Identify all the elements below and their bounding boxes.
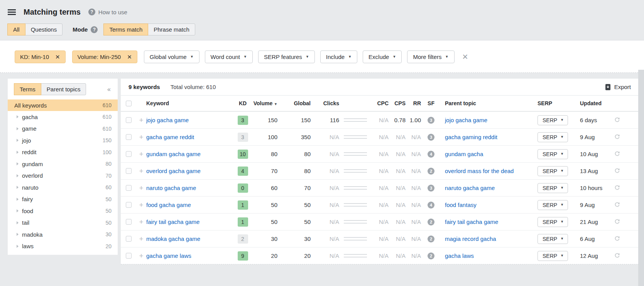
add-to-list-icon[interactable] xyxy=(139,133,143,141)
add-to-list-icon[interactable] xyxy=(139,167,143,175)
sidebar-term-item[interactable]: gacha 610 xyxy=(8,111,118,123)
sidebar-item-all-keywords[interactable]: All keywords 610 xyxy=(8,99,118,111)
keyword-link[interactable]: gundam gacha game xyxy=(146,151,201,157)
row-checkbox[interactable] xyxy=(126,134,132,140)
column-header-sf[interactable]: SF xyxy=(428,100,434,106)
sidebar-term-item[interactable]: fairy 50 xyxy=(8,193,118,205)
filter-chip[interactable]: Volume: Min-250 xyxy=(72,50,137,63)
expand-arrow-icon[interactable] xyxy=(17,127,19,130)
add-to-list-icon[interactable] xyxy=(139,116,143,124)
add-to-list-icon[interactable] xyxy=(139,252,143,259)
parent-topic-link[interactable]: gundam gacha xyxy=(441,151,483,157)
keyword-link[interactable]: madoka gacha game xyxy=(146,236,200,242)
serp-dropdown-button[interactable]: SERP xyxy=(538,251,568,261)
sidebar-term-item[interactable]: naruto 60 xyxy=(8,182,118,193)
select-all-checkbox[interactable] xyxy=(126,101,132,106)
serp-dropdown-button[interactable]: SERP xyxy=(538,115,568,125)
keyword-link[interactable]: overlord gacha game xyxy=(146,168,201,174)
scope-tab[interactable]: All xyxy=(7,24,25,35)
column-header-cpc[interactable]: CPC xyxy=(377,100,389,106)
column-header-kd[interactable]: KD xyxy=(239,100,247,106)
filter-dropdown-button[interactable]: Include xyxy=(320,50,357,63)
serp-dropdown-button[interactable]: SERP xyxy=(538,166,568,176)
sidebar-term-item[interactable]: madoka 30 xyxy=(8,229,118,241)
column-header-cps[interactable]: CPS xyxy=(394,100,406,106)
parent-topic-link[interactable]: jojo gacha game xyxy=(441,117,487,123)
row-checkbox[interactable] xyxy=(126,151,132,157)
sidebar-term-item[interactable]: jojo 150 xyxy=(8,135,118,146)
sidebar-term-item[interactable]: food 50 xyxy=(8,205,118,217)
parent-topic-link[interactable]: gacha laws xyxy=(441,252,474,259)
row-checkbox[interactable] xyxy=(126,236,132,242)
expand-arrow-icon[interactable] xyxy=(17,115,19,118)
serp-dropdown-button[interactable]: SERP xyxy=(538,200,568,210)
refresh-icon[interactable] xyxy=(614,202,620,208)
refresh-icon[interactable] xyxy=(614,168,620,174)
help-icon[interactable] xyxy=(88,8,95,15)
how-to-use-link[interactable]: How to use xyxy=(98,9,127,15)
sidebar-tab[interactable]: Terms xyxy=(14,83,41,95)
add-to-list-icon[interactable] xyxy=(139,235,143,242)
clear-all-filters-icon[interactable] xyxy=(462,53,468,61)
filter-dropdown-button[interactable]: Exclude xyxy=(363,50,402,63)
sidebar-term-item[interactable]: reddit 100 xyxy=(8,146,118,158)
filter-dropdown-button[interactable]: Word count xyxy=(205,50,253,63)
add-to-list-icon[interactable] xyxy=(139,150,143,158)
serp-dropdown-button[interactable]: SERP xyxy=(538,217,568,227)
expand-arrow-icon[interactable] xyxy=(17,162,19,165)
add-to-list-icon[interactable] xyxy=(139,184,143,192)
serp-dropdown-button[interactable]: SERP xyxy=(538,234,568,244)
sidebar-tab[interactable]: Parent topics xyxy=(41,83,86,95)
sidebar-term-item[interactable]: overlord 70 xyxy=(8,170,118,182)
parent-topic-link[interactable]: overlord mass for the dead xyxy=(441,168,514,174)
expand-arrow-icon[interactable] xyxy=(17,139,19,142)
expand-arrow-icon[interactable] xyxy=(17,186,19,189)
row-checkbox[interactable] xyxy=(126,253,132,259)
row-checkbox[interactable] xyxy=(126,202,132,208)
remove-filter-icon[interactable] xyxy=(55,54,60,60)
refresh-icon[interactable] xyxy=(614,185,620,191)
keyword-link[interactable]: naruto gacha game xyxy=(146,185,196,191)
row-checkbox[interactable] xyxy=(126,219,132,225)
column-header-keyword[interactable]: Keyword xyxy=(146,100,169,106)
column-header-parent-topic[interactable]: Parent topic xyxy=(441,100,476,106)
keyword-link[interactable]: food gacha game xyxy=(146,202,191,208)
parent-topic-link[interactable]: gacha gaming reddit xyxy=(441,134,497,140)
collapse-sidebar-icon[interactable] xyxy=(106,86,112,93)
refresh-icon[interactable] xyxy=(614,151,620,157)
sidebar-term-item[interactable]: game 610 xyxy=(8,123,118,135)
sidebar-term-item[interactable]: gundam 80 xyxy=(8,158,118,170)
vertical-scrollbar[interactable] xyxy=(638,70,644,286)
keyword-link[interactable]: jojo gacha game xyxy=(146,117,189,123)
parent-topic-link[interactable]: naruto gacha game xyxy=(441,185,495,191)
parent-topic-link[interactable]: food fantasy xyxy=(441,202,477,208)
column-header-volume[interactable]: Volume xyxy=(254,100,277,106)
serp-dropdown-button[interactable]: SERP xyxy=(538,132,568,142)
expand-arrow-icon[interactable] xyxy=(17,221,19,224)
expand-arrow-icon[interactable] xyxy=(17,209,19,212)
expand-arrow-icon[interactable] xyxy=(17,245,19,248)
refresh-icon[interactable] xyxy=(614,253,620,259)
mode-help-icon[interactable] xyxy=(91,26,98,33)
refresh-icon[interactable] xyxy=(614,134,620,140)
keyword-link[interactable]: gacha game reddit xyxy=(146,134,194,140)
export-button[interactable]: Export xyxy=(605,84,631,90)
column-header-rr[interactable]: RR xyxy=(413,100,421,106)
parent-topic-link[interactable]: fairy tail gacha game xyxy=(441,219,498,225)
row-checkbox[interactable] xyxy=(126,117,132,123)
refresh-icon[interactable] xyxy=(614,117,620,123)
filter-dropdown-button[interactable]: More filters xyxy=(407,50,454,63)
parent-topic-link[interactable]: magia record gacha xyxy=(441,236,496,242)
sidebar-term-item[interactable]: tail 50 xyxy=(8,217,118,229)
filter-chip[interactable]: KD: Min-10 xyxy=(15,50,66,63)
scope-tab[interactable]: Questions xyxy=(25,24,63,35)
mode-tab[interactable]: Terms match xyxy=(103,24,148,35)
remove-filter-icon[interactable] xyxy=(127,54,132,60)
filter-dropdown-button[interactable]: Global volume xyxy=(144,50,199,63)
column-header-clicks[interactable]: Clicks xyxy=(323,100,339,106)
row-checkbox[interactable] xyxy=(126,168,132,174)
serp-dropdown-button[interactable]: SERP xyxy=(538,183,568,193)
hamburger-menu-icon[interactable] xyxy=(8,9,16,15)
refresh-icon[interactable] xyxy=(614,219,620,225)
keyword-link[interactable]: gacha game laws xyxy=(146,252,191,259)
